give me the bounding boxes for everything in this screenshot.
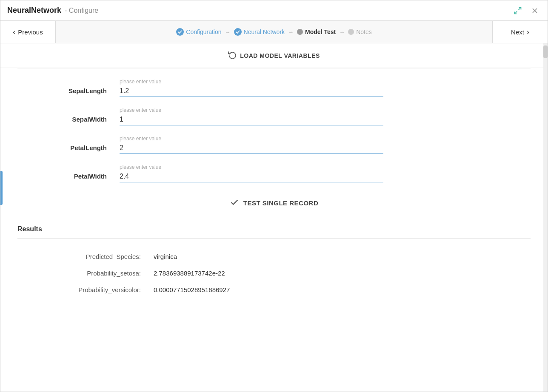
results-title: Results — [17, 219, 531, 238]
step-neural-network-icon — [234, 28, 242, 36]
sepal-length-placeholder: please enter value — [120, 79, 383, 85]
load-model-bar[interactable]: LOAD MODEL VARIABLES — [0, 43, 548, 68]
sepal-width-input[interactable] — [120, 114, 383, 125]
petal-length-input[interactable] — [120, 142, 383, 154]
probability-versicolor-label: Probability_versicolor: — [17, 286, 154, 293]
content-area: LOAD MODEL VARIABLES SepalLength please … — [0, 43, 548, 392]
svg-line-0 — [519, 7, 521, 10]
sepal-length-row: SepalLength please enter value — [34, 68, 514, 97]
results-divider — [17, 238, 531, 239]
step-configuration: Configuration — [176, 28, 221, 36]
step-neural-network: Neural Network — [234, 28, 285, 36]
result-row-predicted-species: Predicted_Species: virginica — [17, 245, 531, 262]
test-single-record-button[interactable]: TEST SINGLE RECORD — [230, 198, 319, 208]
petal-width-input-wrap: please enter value — [120, 164, 383, 182]
title-bar-left: NeuralNetwork - Configure — [7, 6, 98, 15]
sepal-length-input[interactable] — [120, 85, 383, 97]
previous-label: Previous — [18, 28, 43, 36]
sepal-width-placeholder: please enter value — [120, 107, 383, 113]
probability-setosa-value: 2.783693889173742e-22 — [154, 270, 225, 277]
chevron-right-icon: › — [527, 28, 529, 37]
scrollbar-thumb[interactable] — [543, 45, 548, 58]
next-button[interactable]: Next › — [492, 21, 548, 43]
results-section: Results Predicted_Species: virginica Pro… — [0, 219, 548, 312]
step-neural-network-label: Neural Network — [244, 28, 285, 35]
close-button[interactable] — [529, 5, 541, 17]
title-bar-right — [512, 5, 541, 17]
arrow-1: → — [225, 29, 231, 35]
main-window: NeuralNetwork - Configure ‹ — [0, 0, 548, 392]
petal-length-row: PetalLength please enter value — [34, 125, 514, 154]
app-title-separator: - Configure — [65, 7, 98, 14]
step-model-test-label: Model Test — [305, 28, 336, 35]
step-notes: Notes — [348, 28, 372, 35]
result-row-probability-setosa: Probability_setosa: 2.783693889173742e-2… — [17, 262, 531, 278]
step-model-test: Model Test — [297, 28, 336, 35]
arrow-3: → — [339, 29, 345, 35]
title-bar: NeuralNetwork - Configure — [0, 0, 548, 21]
form-section: SepalLength please enter value SepalWidt… — [0, 68, 548, 182]
arrow-2: → — [288, 29, 294, 35]
sepal-length-input-wrap: please enter value — [120, 79, 383, 97]
sepal-length-label: SepalLength — [34, 87, 120, 97]
sepal-width-input-wrap: please enter value — [120, 107, 383, 125]
result-row-probability-versicolor: Probability_versicolor: 0.00007715028951… — [17, 278, 531, 295]
app-title-bold: NeuralNetwork — [7, 6, 61, 15]
left-accent — [0, 171, 3, 205]
svg-line-1 — [515, 11, 517, 14]
petal-length-placeholder: please enter value — [120, 136, 383, 142]
step-model-test-icon — [297, 29, 303, 35]
previous-button[interactable]: ‹ Previous — [0, 21, 56, 43]
step-notes-icon — [348, 29, 354, 35]
sepal-width-label: SepalWidth — [34, 116, 120, 125]
nav-bar: ‹ Previous Configuration → Neural — [0, 21, 548, 43]
next-label: Next — [511, 28, 524, 36]
reload-icon — [228, 50, 237, 61]
test-single-record-label: TEST SINGLE RECORD — [243, 199, 319, 207]
petal-width-label: PetalWidth — [34, 173, 120, 182]
predicted-species-value: virginica — [154, 253, 177, 260]
sepal-width-row: SepalWidth please enter value — [34, 97, 514, 125]
probability-versicolor-value: 0.00007715028951886927 — [154, 286, 230, 293]
petal-length-input-wrap: please enter value — [120, 136, 383, 154]
step-configuration-icon — [176, 28, 184, 36]
probability-setosa-label: Probability_setosa: — [17, 270, 154, 277]
petal-width-placeholder: please enter value — [120, 164, 383, 170]
petal-width-row: PetalWidth please enter value — [34, 154, 514, 182]
step-notes-label: Notes — [356, 28, 372, 35]
scrollbar-track[interactable] — [543, 43, 548, 392]
nav-steps: Configuration → Neural Network → Model T… — [56, 28, 492, 36]
predicted-species-label: Predicted_Species: — [17, 253, 154, 260]
step-configuration-label: Configuration — [186, 28, 221, 35]
petal-length-label: PetalLength — [34, 144, 120, 154]
chevron-left-icon: ‹ — [13, 28, 15, 37]
test-btn-wrap: TEST SINGLE RECORD — [0, 182, 548, 219]
load-model-label: LOAD MODEL VARIABLES — [240, 52, 320, 59]
petal-width-input[interactable] — [120, 171, 383, 182]
compress-button[interactable] — [512, 5, 524, 17]
checkmark-icon — [230, 198, 239, 208]
